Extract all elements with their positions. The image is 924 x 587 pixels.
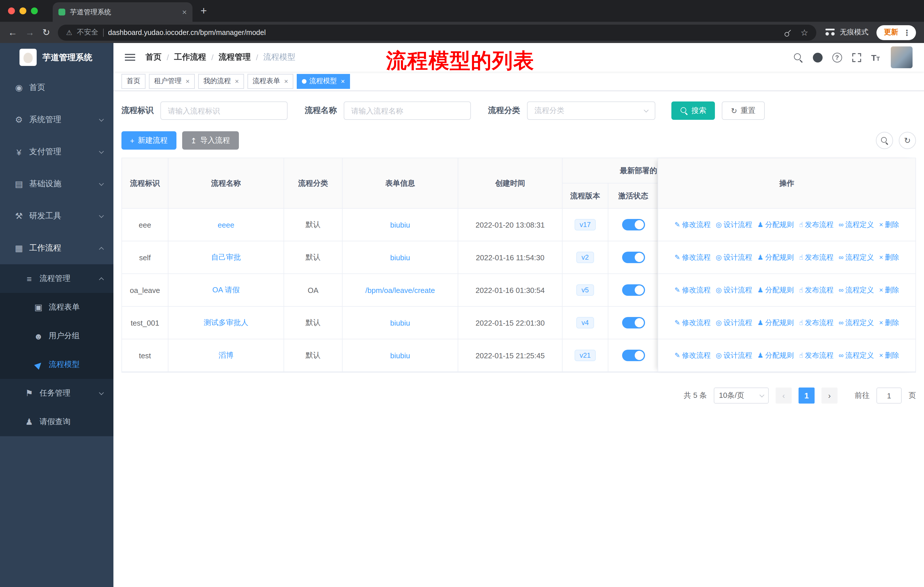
sidebar-item-system[interactable]: ⚙ 系统管理	[0, 104, 114, 136]
tag-process-form[interactable]: 流程表单×	[248, 74, 293, 89]
close-icon[interactable]: ×	[284, 77, 288, 85]
breadcrumb-workflow[interactable]: 工作流程	[174, 52, 206, 63]
form-info-link[interactable]: biubiu	[390, 351, 410, 360]
process-definition-link[interactable]: ∞流程定义	[839, 318, 874, 327]
prev-page-button[interactable]: ‹	[776, 387, 792, 403]
process-definition-link[interactable]: ∞流程定义	[839, 351, 874, 360]
reload-button[interactable]: ↻	[42, 27, 50, 38]
sidebar-item-workflow[interactable]: ▦ 工作流程	[0, 232, 114, 264]
delete-link[interactable]: ×删除	[879, 220, 899, 230]
delete-link[interactable]: ×删除	[879, 285, 899, 295]
update-button[interactable]: 更新 ⋮	[876, 25, 916, 40]
reset-button[interactable]: ↻ 重置	[722, 101, 765, 120]
process-name-link[interactable]: OA 请假	[212, 285, 239, 295]
process-name-link[interactable]: eeee	[218, 220, 234, 229]
assign-rule-link[interactable]: ♟分配规则	[757, 351, 794, 360]
process-name-link[interactable]: 测试多审批人	[204, 317, 248, 328]
browser-tab[interactable]: 芋道管理系统 ×	[53, 2, 193, 22]
breadcrumb-process-management[interactable]: 流程管理	[219, 52, 251, 63]
goto-page-input[interactable]	[876, 387, 902, 403]
new-tab-button[interactable]: +	[201, 5, 207, 17]
design-process-link[interactable]: ◎设计流程	[716, 285, 752, 295]
sidebar-item-process-management[interactable]: ≡ 流程管理	[0, 264, 114, 293]
form-info-link[interactable]: biubiu	[390, 253, 410, 262]
collapse-sidebar-icon[interactable]	[125, 53, 135, 61]
create-process-button[interactable]: + 新建流程	[121, 131, 176, 150]
assign-rule-link[interactable]: ♟分配规则	[757, 220, 794, 230]
design-process-link[interactable]: ◎设计流程	[716, 318, 752, 327]
process-definition-link[interactable]: ∞流程定义	[839, 285, 874, 295]
design-process-link[interactable]: ◎设计流程	[716, 351, 752, 360]
delete-link[interactable]: ×删除	[879, 318, 899, 327]
security-label[interactable]: 不安全	[77, 28, 98, 37]
publish-process-link[interactable]: ☝发布流程	[799, 318, 833, 327]
close-window-button[interactable]	[8, 7, 15, 14]
page-number-1[interactable]: 1	[799, 387, 815, 403]
close-icon[interactable]: ×	[186, 77, 190, 85]
avatar[interactable]	[891, 46, 912, 68]
publish-process-link[interactable]: ☝发布流程	[799, 285, 833, 295]
process-name-input[interactable]	[344, 101, 471, 120]
form-info-link[interactable]: biubiu	[390, 220, 410, 229]
process-name-link[interactable]: 滔博	[219, 350, 233, 360]
forward-button[interactable]: →	[25, 27, 35, 38]
active-toggle[interactable]	[622, 251, 645, 263]
search-icon[interactable]	[793, 53, 803, 62]
delete-link[interactable]: ×删除	[879, 351, 899, 360]
tag-tenant-management[interactable]: 租户管理×	[149, 74, 195, 89]
github-icon[interactable]	[813, 53, 822, 62]
publish-process-link[interactable]: ☝发布流程	[799, 220, 833, 230]
sidebar-item-process-form[interactable]: ▣ 流程表单	[0, 293, 114, 322]
close-icon[interactable]: ×	[235, 77, 239, 85]
edit-process-link[interactable]: ✎修改流程	[675, 351, 711, 360]
assign-rule-link[interactable]: ♟分配规则	[757, 318, 794, 327]
password-key-icon[interactable]	[780, 25, 795, 40]
active-toggle[interactable]	[622, 350, 645, 361]
sidebar-item-user-group[interactable]: ☻ 用户分组	[0, 322, 114, 350]
design-process-link[interactable]: ◎设计流程	[716, 220, 752, 230]
address-bar[interactable]: ⚠ 不安全 dashboard.yudao.iocoder.cn/bpm/man…	[58, 24, 816, 40]
edit-process-link[interactable]: ✎修改流程	[675, 253, 711, 262]
font-size-icon[interactable]: TT	[871, 53, 880, 62]
toggle-search-button[interactable]	[876, 132, 893, 149]
sidebar-item-leave-query[interactable]: ♟ 请假查询	[0, 408, 114, 436]
edit-process-link[interactable]: ✎修改流程	[675, 220, 711, 230]
tag-my-process[interactable]: 我的流程×	[198, 74, 244, 89]
breadcrumb-home[interactable]: 首页	[145, 52, 162, 63]
bookmark-star-icon[interactable]: ☆	[800, 27, 808, 38]
help-icon[interactable]: ?	[832, 53, 842, 62]
sidebar-item-home[interactable]: ◉ 首页	[0, 72, 114, 104]
page-size-select[interactable]: 10条/页	[714, 387, 769, 403]
sidebar-item-payment[interactable]: ¥ 支付管理	[0, 136, 114, 168]
active-toggle[interactable]	[622, 284, 645, 296]
next-page-button[interactable]: ›	[822, 387, 838, 403]
edit-process-link[interactable]: ✎修改流程	[675, 318, 711, 327]
assign-rule-link[interactable]: ♟分配规则	[757, 253, 794, 262]
fullscreen-icon[interactable]	[851, 53, 861, 62]
search-button[interactable]: 搜索	[672, 101, 715, 120]
tag-home[interactable]: 首页	[121, 74, 145, 89]
close-icon[interactable]: ×	[341, 77, 345, 85]
publish-process-link[interactable]: ☝发布流程	[799, 351, 833, 360]
category-select[interactable]: 流程分类	[527, 101, 655, 120]
import-process-button[interactable]: ↥ 导入流程	[182, 131, 239, 150]
publish-process-link[interactable]: ☝发布流程	[799, 253, 833, 262]
form-info-link[interactable]: /bpm/oa/leave/create	[365, 286, 435, 294]
delete-link[interactable]: ×删除	[879, 253, 899, 262]
back-button[interactable]: ←	[8, 27, 17, 38]
form-info-link[interactable]: biubiu	[390, 318, 410, 327]
browser-menu-icon[interactable]: ⋮	[903, 28, 911, 37]
process-definition-link[interactable]: ∞流程定义	[839, 220, 874, 230]
edit-process-link[interactable]: ✎修改流程	[675, 285, 711, 295]
sidebar-item-process-model[interactable]: ▶ 流程模型	[0, 350, 114, 379]
sidebar-item-infrastructure[interactable]: ▤ 基础设施	[0, 168, 114, 200]
active-toggle[interactable]	[622, 219, 645, 230]
sidebar-item-task-management[interactable]: ⚑ 任务管理	[0, 379, 114, 408]
process-key-input[interactable]	[160, 101, 287, 120]
assign-rule-link[interactable]: ♟分配规则	[757, 285, 794, 295]
process-definition-link[interactable]: ∞流程定义	[839, 253, 874, 262]
design-process-link[interactable]: ◎设计流程	[716, 253, 752, 262]
tag-process-model[interactable]: 流程模型×	[297, 74, 350, 89]
refresh-table-button[interactable]: ↻	[899, 132, 916, 149]
sidebar-item-devtools[interactable]: ⚒ 研发工具	[0, 200, 114, 232]
